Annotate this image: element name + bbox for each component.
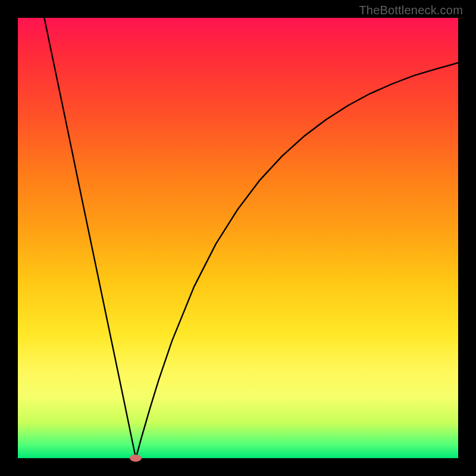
curve-path [44,18,458,458]
curve-svg [18,18,458,458]
attribution-text: TheBottleneck.com [359,4,463,17]
plot-area [18,18,458,458]
chart-frame: TheBottleneck.com [0,0,476,476]
minimum-marker [130,455,142,462]
